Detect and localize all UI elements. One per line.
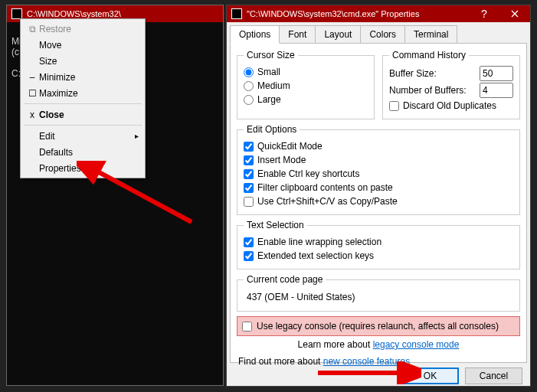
- menu-separator: [24, 103, 142, 104]
- maximize-icon: ☐: [25, 88, 39, 99]
- restore-icon: ⧉: [25, 24, 39, 34]
- dialog-titlebar[interactable]: "C:\WINDOWS\system32\cmd.exe" Properties…: [227, 5, 530, 22]
- menu-restore: ⧉ Restore: [22, 21, 143, 37]
- buffer-size-input[interactable]: [480, 66, 513, 81]
- menu-separator: [24, 125, 142, 126]
- edit-options-legend: Edit Options: [244, 124, 300, 135]
- discard-duplicates-check[interactable]: Discard Old Duplicates: [389, 99, 513, 113]
- close-icon: [511, 10, 519, 18]
- text-selection-group: Text Selection Enable line wrapping sele…: [237, 220, 520, 270]
- new-features-text: Find out more about new console features: [237, 356, 520, 367]
- tab-options[interactable]: Options: [230, 25, 280, 44]
- command-history-group: Command History Buffer Size: Number of B…: [382, 50, 520, 119]
- ext-keys-check[interactable]: Extended text selection keys: [244, 249, 513, 263]
- cursor-large-radio[interactable]: Large: [244, 93, 368, 106]
- tab-strip: Options Font Layout Colors Terminal: [227, 22, 530, 43]
- line-wrap-check[interactable]: Enable line wrapping selection: [244, 235, 513, 249]
- system-context-menu: ⧉ Restore Move Size – Minimize ☐ Maximiz…: [20, 18, 146, 178]
- new-console-features-link[interactable]: new console features: [323, 356, 410, 367]
- menu-properties[interactable]: Properties: [22, 160, 143, 176]
- edit-options-group: Edit Options QuickEdit Mode Insert Mode …: [237, 124, 520, 215]
- history-legend: Command History: [389, 50, 469, 60]
- codepage-value: 437 (OEM - United States): [244, 289, 513, 305]
- close-icon: x: [25, 109, 39, 120]
- codepage-legend: Current code page: [244, 274, 326, 285]
- num-buffers-input[interactable]: [480, 83, 513, 98]
- num-buffers-label: Number of Buffers:: [389, 85, 467, 96]
- legacy-learn-more: Learn more about legacy console mode: [237, 339, 520, 350]
- tab-terminal[interactable]: Terminal: [404, 25, 457, 43]
- cmd-icon: [231, 8, 242, 19]
- menu-move[interactable]: Move: [22, 37, 143, 53]
- dialog-button-row: OK Cancel: [227, 363, 530, 389]
- cmd-icon[interactable]: [11, 8, 22, 19]
- menu-edit[interactable]: Edit ▸: [22, 128, 143, 144]
- insert-mode-check[interactable]: Insert Mode: [244, 153, 513, 167]
- quickedit-check[interactable]: QuickEdit Mode: [244, 139, 513, 153]
- ctrl-shortcuts-check[interactable]: Enable Ctrl key shortcuts: [244, 167, 513, 181]
- cursor-medium-radio[interactable]: Medium: [244, 79, 368, 93]
- tab-colors[interactable]: Colors: [360, 25, 405, 43]
- cursor-size-legend: Cursor Size: [244, 50, 298, 60]
- menu-defaults[interactable]: Defaults: [22, 144, 143, 160]
- menu-close[interactable]: x Close: [22, 106, 143, 122]
- text-selection-legend: Text Selection: [244, 220, 307, 230]
- menu-maximize[interactable]: ☐ Maximize: [22, 85, 143, 101]
- ctrl-shift-cv-check[interactable]: Use Ctrl+Shift+C/V as Copy/Paste: [244, 194, 513, 208]
- dialog-title-text: "C:\WINDOWS\system32\cmd.exe" Properties: [247, 9, 469, 18]
- tab-layout[interactable]: Layout: [315, 25, 361, 43]
- codepage-group: Current code page 437 (OEM - United Stat…: [237, 274, 520, 312]
- cursor-small-radio[interactable]: Small: [244, 65, 368, 79]
- legacy-console-label: Use legacy console (requires relaunch, a…: [257, 321, 499, 332]
- cursor-size-group: Cursor Size Small Medium Large: [237, 50, 375, 119]
- cmd-title-text: C:\WINDOWS\system32\: [27, 9, 121, 18]
- cancel-button[interactable]: Cancel: [465, 368, 522, 384]
- legacy-console-highlight: Use legacy console (requires relaunch, a…: [237, 316, 520, 336]
- menu-size[interactable]: Size: [22, 53, 143, 69]
- legacy-console-link[interactable]: legacy console mode: [373, 339, 460, 350]
- ok-button[interactable]: OK: [401, 368, 459, 384]
- submenu-arrow-icon: ▸: [135, 132, 139, 140]
- help-button[interactable]: ?: [469, 5, 499, 22]
- menu-minimize[interactable]: – Minimize: [22, 69, 143, 85]
- legacy-console-check[interactable]: [242, 322, 252, 332]
- filter-clipboard-check[interactable]: Filter clipboard contents on paste: [244, 181, 513, 194]
- options-panel: Cursor Size Small Medium Large Command H…: [230, 43, 527, 363]
- tab-font[interactable]: Font: [279, 25, 316, 43]
- close-button[interactable]: [499, 5, 530, 22]
- buffer-size-label: Buffer Size:: [389, 68, 437, 79]
- properties-dialog: "C:\WINDOWS\system32\cmd.exe" Properties…: [226, 5, 531, 387]
- minimize-icon: –: [25, 72, 39, 83]
